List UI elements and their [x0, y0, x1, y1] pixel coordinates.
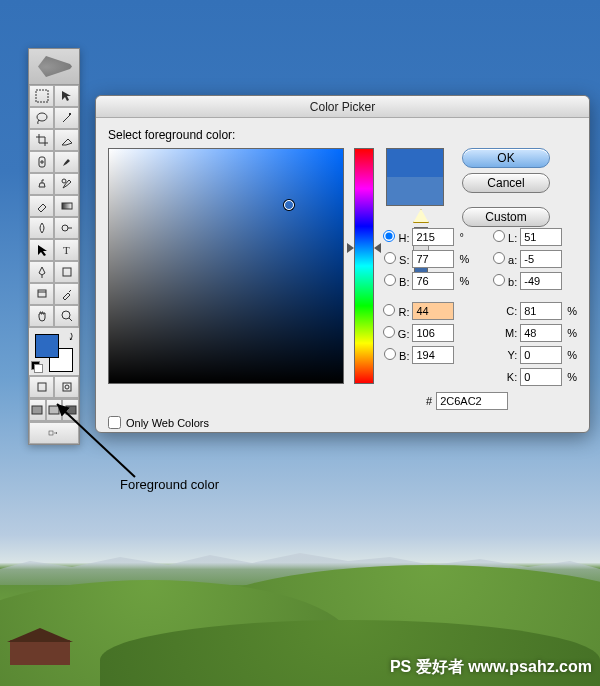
c-field[interactable]: [520, 302, 562, 320]
cancel-button[interactable]: Cancel: [462, 173, 550, 193]
ok-button[interactable]: OK: [462, 148, 550, 168]
blur-tool[interactable]: [29, 217, 54, 239]
crop-tool[interactable]: [29, 129, 54, 151]
swap-colors-icon[interactable]: ⤸: [67, 331, 75, 342]
svg-rect-8: [38, 290, 46, 297]
r-radio[interactable]: [383, 304, 395, 316]
toolbar-header[interactable]: [29, 49, 79, 85]
bc-radio-label[interactable]: B:: [382, 348, 409, 362]
svg-rect-16: [49, 431, 53, 435]
barn: [10, 640, 70, 665]
a-field[interactable]: [520, 250, 562, 268]
only-web-colors-input[interactable]: [108, 416, 121, 429]
standard-mode[interactable]: [29, 376, 54, 398]
svg-point-12: [65, 385, 69, 389]
zoom-tool[interactable]: [54, 305, 79, 327]
m-field[interactable]: [520, 324, 562, 342]
hue-slider-thumb-right-icon: [374, 243, 381, 253]
shape-tool[interactable]: [54, 261, 79, 283]
clone-stamp-tool[interactable]: [29, 173, 54, 195]
g-radio-label[interactable]: G:: [382, 326, 409, 340]
gradient-tool[interactable]: [54, 195, 79, 217]
l-radio[interactable]: [493, 230, 505, 242]
jump-to-imageready[interactable]: [29, 422, 79, 444]
k-label: K:: [492, 371, 517, 383]
custom-button[interactable]: Custom: [462, 207, 550, 227]
annotation-label: Foreground color: [120, 477, 219, 492]
path-selection-tool[interactable]: [29, 239, 54, 261]
healing-brush-tool[interactable]: [29, 151, 54, 173]
marquee-tool[interactable]: [29, 85, 54, 107]
hue-slider-thumb-left-icon: [347, 243, 354, 253]
b-radio-label[interactable]: b:: [492, 274, 517, 288]
eyedropper-tool[interactable]: [54, 283, 79, 305]
y-label: Y:: [492, 349, 517, 361]
dialog-prompt: Select foreground color:: [108, 128, 577, 142]
bv-radio[interactable]: [384, 274, 396, 286]
g-radio[interactable]: [383, 326, 395, 338]
hex-label: #: [426, 395, 432, 407]
r-field[interactable]: [412, 302, 454, 320]
bc-field[interactable]: [412, 346, 454, 364]
screen-mode-standard[interactable]: [29, 399, 46, 421]
g-field[interactable]: [412, 324, 454, 342]
only-web-colors-label: Only Web Colors: [126, 417, 209, 429]
svg-rect-7: [63, 268, 71, 276]
a-radio-label[interactable]: a:: [492, 252, 517, 266]
svg-point-9: [62, 311, 70, 319]
only-web-colors-checkbox[interactable]: Only Web Colors: [108, 416, 209, 429]
bc-radio[interactable]: [384, 348, 396, 360]
screen-mode-full[interactable]: [62, 399, 79, 421]
k-field[interactable]: [520, 368, 562, 386]
c-label: C:: [492, 305, 517, 317]
l-radio-label[interactable]: L:: [492, 230, 517, 244]
pen-tool[interactable]: [29, 261, 54, 283]
gamut-warning-icon[interactable]: [413, 209, 429, 223]
h-radio[interactable]: [383, 230, 395, 242]
move-tool[interactable]: [54, 85, 79, 107]
hue-slider[interactable]: [354, 148, 374, 384]
current-color-swatch[interactable]: [387, 177, 443, 205]
default-colors-icon[interactable]: [31, 361, 43, 373]
y-field[interactable]: [520, 346, 562, 364]
svg-rect-15: [66, 406, 76, 414]
color-value-fields: H: ° L: S: % a: B: % b:: [382, 228, 582, 386]
dialog-titlebar[interactable]: Color Picker: [96, 96, 589, 118]
bv-radio-label[interactable]: B:: [382, 274, 409, 288]
hand-tool[interactable]: [29, 305, 54, 327]
s-radio-label[interactable]: S:: [382, 252, 409, 266]
h-radio-label[interactable]: H:: [382, 230, 409, 244]
s-radio[interactable]: [384, 252, 396, 264]
slice-tool[interactable]: [54, 129, 79, 151]
foreground-color-swatch[interactable]: [35, 334, 59, 358]
r-radio-label[interactable]: R:: [382, 304, 409, 318]
screen-mode-full-menu[interactable]: [46, 399, 63, 421]
brush-tool[interactable]: [54, 151, 79, 173]
color-preview: [386, 148, 444, 206]
quick-mask-mode[interactable]: [54, 376, 79, 398]
sv-cursor-icon: [284, 200, 294, 210]
history-brush-tool[interactable]: [54, 173, 79, 195]
a-radio[interactable]: [493, 252, 505, 264]
tools-palette: T ⤸: [28, 48, 80, 445]
h-field[interactable]: [412, 228, 454, 246]
hex-field[interactable]: [436, 392, 508, 410]
bv-field[interactable]: [412, 272, 454, 290]
magic-wand-tool[interactable]: [54, 107, 79, 129]
color-picker-dialog: Color Picker Select foreground color:: [95, 95, 590, 433]
b-field[interactable]: [520, 272, 562, 290]
dodge-tool[interactable]: [54, 217, 79, 239]
svg-rect-4: [62, 203, 72, 209]
l-field[interactable]: [520, 228, 562, 246]
notes-tool[interactable]: [29, 283, 54, 305]
svg-point-5: [62, 225, 68, 231]
new-color-swatch: [387, 149, 443, 177]
saturation-value-field[interactable]: [108, 148, 344, 384]
s-field[interactable]: [412, 250, 454, 268]
watermark: PS 爱好者 www.psahz.com: [390, 657, 592, 678]
b-radio[interactable]: [493, 274, 505, 286]
type-tool[interactable]: T: [54, 239, 79, 261]
lasso-tool[interactable]: [29, 107, 54, 129]
unit-degree: °: [459, 231, 473, 243]
eraser-tool[interactable]: [29, 195, 54, 217]
